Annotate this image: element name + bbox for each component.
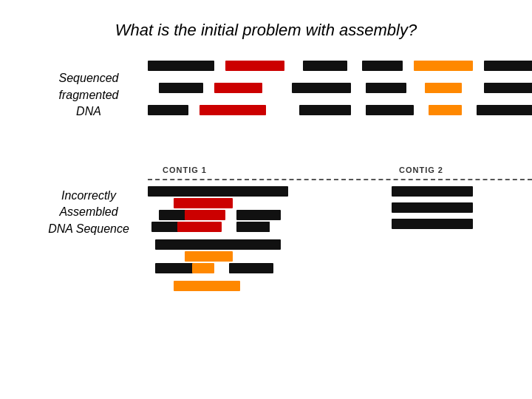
assembled-bar	[236, 210, 281, 220]
fragment-bar	[148, 105, 188, 115]
assembled-bar	[177, 222, 222, 232]
fragment-bar	[200, 105, 266, 115]
assembled-bar	[185, 251, 233, 262]
fragment-bar	[159, 83, 203, 93]
top-section: Sequenced fragmented DNA	[30, 55, 532, 136]
assembled-bar	[392, 186, 473, 197]
fragment-bar	[299, 105, 351, 115]
assembled-bar	[155, 239, 281, 250]
assembled-bar	[229, 263, 273, 273]
sequenced-dna-label: Sequenced fragmented DNA	[30, 70, 148, 120]
incorrectly-assembled-label: Incorrectly Assembled DNA Sequence	[30, 166, 148, 237]
fragment-bar	[477, 105, 532, 115]
assembled-bar	[392, 219, 473, 229]
assembled-bar	[174, 198, 233, 208]
fragment-bar	[292, 83, 351, 93]
fragment-bar	[425, 83, 462, 93]
assembled-bar	[185, 210, 225, 220]
assembled-bar	[174, 281, 240, 291]
bottom-section: Incorrectly Assembled DNA Sequence CONTI…	[30, 166, 532, 313]
fragment-bar	[366, 83, 406, 93]
fragment-bar	[225, 61, 284, 71]
fragment-bar	[429, 105, 462, 115]
contig2-label: CONTIG 2	[399, 166, 443, 174]
assembled-bar	[392, 202, 473, 213]
assembled-bar	[259, 222, 270, 232]
assembled-bar	[192, 263, 214, 273]
fragment-bar	[214, 83, 262, 93]
title: What is the initial problem with assembl…	[0, 0, 532, 55]
assembled-bar	[148, 186, 288, 197]
top-fragments-area	[148, 55, 532, 136]
assembled-fragments-area: CONTIG 1 CONTIG 2	[148, 166, 532, 313]
fragment-bar	[484, 83, 532, 93]
dotted-separator	[148, 179, 532, 180]
fragment-bar	[362, 61, 403, 71]
contig1-label: CONTIG 1	[163, 166, 207, 174]
fragment-bar	[366, 105, 414, 115]
fragment-bar	[303, 61, 347, 71]
fragment-bar	[484, 61, 532, 71]
fragment-bar	[148, 61, 214, 71]
fragment-bar	[414, 61, 473, 71]
